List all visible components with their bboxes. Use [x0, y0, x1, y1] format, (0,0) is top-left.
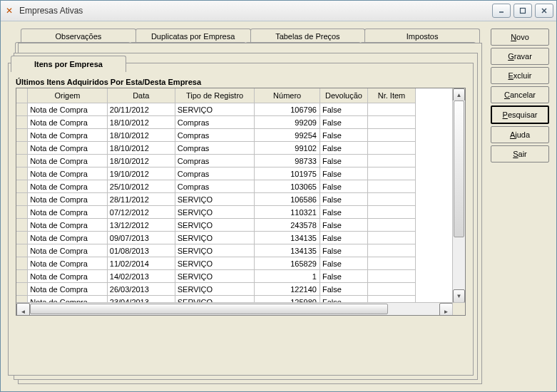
cell-numero[interactable]: 99102 — [255, 142, 320, 155]
cell-numero[interactable]: 99254 — [255, 129, 320, 142]
cell-tipo[interactable]: Compras — [175, 155, 255, 167]
cell-devolucao[interactable]: False — [320, 167, 367, 180]
cell-devolucao[interactable]: False — [320, 219, 367, 232]
table-row[interactable]: Nota de Compra09/07/2013SERVIÇO134135Fal… — [16, 232, 416, 244]
table-row[interactable]: Nota de Compra07/12/2012SERVIÇO110321Fal… — [16, 206, 416, 219]
scroll-down-button[interactable]: ▼ — [453, 289, 465, 303]
cell-nritem[interactable] — [367, 103, 415, 116]
cell-data[interactable]: 09/07/2013 — [107, 232, 175, 244]
row-header-cell[interactable] — [16, 103, 28, 116]
cell-tipo[interactable]: SERVIÇO — [175, 206, 255, 219]
cell-tipo[interactable]: SERVIÇO — [175, 219, 255, 232]
cell-data[interactable]: 20/11/2012 — [107, 103, 175, 116]
cell-devolucao[interactable]: False — [320, 257, 367, 270]
row-header-cell[interactable] — [16, 244, 28, 257]
row-header-cell[interactable] — [16, 219, 28, 232]
cell-numero[interactable]: 106586 — [255, 193, 320, 206]
cell-origem[interactable]: Nota de Compra — [28, 193, 108, 206]
vertical-scrollbar[interactable]: ▲ ▼ — [452, 88, 465, 303]
maximize-button[interactable] — [513, 4, 532, 18]
col-header-data[interactable]: Data — [107, 88, 175, 103]
table-row[interactable]: Nota de Compra26/03/2013SERVIÇO122140Fal… — [16, 283, 416, 296]
cell-nritem[interactable] — [367, 232, 415, 244]
cell-origem[interactable]: Nota de Compra — [28, 180, 108, 193]
cell-tipo[interactable]: SERVIÇO — [175, 244, 255, 257]
cell-nritem[interactable] — [367, 155, 415, 167]
cell-data[interactable]: 14/02/2013 — [107, 270, 175, 283]
cell-devolucao[interactable]: False — [320, 193, 367, 206]
pesquisar-button[interactable]: Pesquisar — [491, 105, 549, 124]
cell-nritem[interactable] — [367, 193, 415, 206]
cell-tipo[interactable]: Compras — [175, 129, 255, 142]
row-header-cell[interactable] — [16, 116, 28, 129]
cell-data[interactable]: 18/10/2012 — [107, 129, 175, 142]
cell-data[interactable]: 01/08/2013 — [107, 244, 175, 257]
cell-devolucao[interactable]: False — [320, 180, 367, 193]
row-header-cell[interactable] — [16, 129, 28, 142]
cell-data[interactable]: 18/10/2012 — [107, 155, 175, 167]
cell-numero[interactable]: 98733 — [255, 155, 320, 167]
cell-origem[interactable]: Nota de Compra — [28, 142, 108, 155]
cell-nritem[interactable] — [367, 116, 415, 129]
cell-origem[interactable]: Nota de Compra — [28, 129, 108, 142]
cell-devolucao[interactable]: False — [320, 232, 367, 244]
close-button[interactable] — [535, 4, 553, 18]
table-row[interactable]: Nota de Compra28/11/2012SERVIÇO106586Fal… — [16, 193, 416, 206]
table-row[interactable]: Nota de Compra18/10/2012Compras98733Fals… — [16, 155, 416, 167]
table-row[interactable]: Nota de Compra25/10/2012Compras103065Fal… — [16, 180, 416, 193]
cell-data[interactable]: 19/10/2012 — [107, 167, 175, 180]
cell-nritem[interactable] — [367, 206, 415, 219]
cell-numero[interactable]: 106796 — [255, 103, 320, 116]
cell-data[interactable]: 26/03/2013 — [107, 283, 175, 296]
scroll-right-button[interactable]: ► — [439, 303, 453, 316]
cell-tipo[interactable]: SERVIÇO — [175, 270, 255, 283]
cell-origem[interactable]: Nota de Compra — [28, 116, 108, 129]
hscroll-thumb[interactable] — [30, 304, 388, 314]
table-row[interactable]: Nota de Compra11/02/2014SERVIÇO165829Fal… — [16, 257, 416, 270]
cell-data[interactable]: 18/10/2012 — [107, 116, 175, 129]
col-header-origem[interactable]: Origem — [28, 88, 108, 103]
cell-numero[interactable]: 1 — [255, 270, 320, 283]
cell-data[interactable]: 13/12/2012 — [107, 219, 175, 232]
table-row[interactable]: Nota de Compra18/10/2012Compras99254Fals… — [16, 129, 416, 142]
cell-devolucao[interactable]: False — [320, 270, 367, 283]
horizontal-scrollbar[interactable]: ◄ ► — [16, 302, 453, 315]
cell-origem[interactable]: Nota de Compra — [28, 155, 108, 167]
cell-nritem[interactable] — [367, 270, 415, 283]
row-header-cell[interactable] — [16, 193, 28, 206]
cell-tipo[interactable]: Compras — [175, 142, 255, 155]
row-header-cell[interactable] — [16, 270, 28, 283]
cell-data[interactable]: 25/10/2012 — [107, 180, 175, 193]
cell-devolucao[interactable]: False — [320, 142, 367, 155]
col-header-tipo[interactable]: Tipo de Registro — [175, 88, 255, 103]
cell-devolucao[interactable]: False — [320, 283, 367, 296]
ajuda-button[interactable]: Ajuda — [491, 126, 549, 143]
cancelar-button[interactable]: Cancelar — [491, 86, 549, 103]
cell-devolucao[interactable]: False — [320, 129, 367, 142]
cell-data[interactable]: 11/02/2014 — [107, 257, 175, 270]
cell-tipo[interactable]: Compras — [175, 116, 255, 129]
cell-data[interactable]: 07/12/2012 — [107, 206, 175, 219]
table-row[interactable]: Nota de Compra14/02/2013SERVIÇO1False — [16, 270, 416, 283]
cell-tipo[interactable]: Compras — [175, 167, 255, 180]
cell-numero[interactable]: 134135 — [255, 232, 320, 244]
row-header-cell[interactable] — [16, 257, 28, 270]
cell-numero[interactable]: 101975 — [255, 167, 320, 180]
vscroll-thumb[interactable] — [454, 100, 464, 237]
table-row[interactable]: Nota de Compra01/08/2013SERVIÇO134135Fal… — [16, 244, 416, 257]
sair-button[interactable]: Sair — [491, 145, 549, 163]
cell-origem[interactable]: Nota de Compra — [28, 167, 108, 180]
cell-nritem[interactable] — [367, 142, 415, 155]
cell-numero[interactable]: 165829 — [255, 257, 320, 270]
cell-devolucao[interactable]: False — [320, 244, 367, 257]
cell-numero[interactable]: 103065 — [255, 180, 320, 193]
row-header-cell[interactable] — [16, 232, 28, 244]
cell-nritem[interactable] — [367, 283, 415, 296]
items-grid[interactable]: Origem Data Tipo de Registro Número Devo… — [16, 88, 466, 316]
row-header-cell[interactable] — [16, 155, 28, 167]
cell-tipo[interactable]: Compras — [175, 180, 255, 193]
cell-origem[interactable]: Nota de Compra — [28, 257, 108, 270]
gravar-button[interactable]: Gravar — [491, 48, 549, 65]
row-header-cell[interactable] — [16, 206, 28, 219]
cell-numero[interactable]: 134135 — [255, 244, 320, 257]
